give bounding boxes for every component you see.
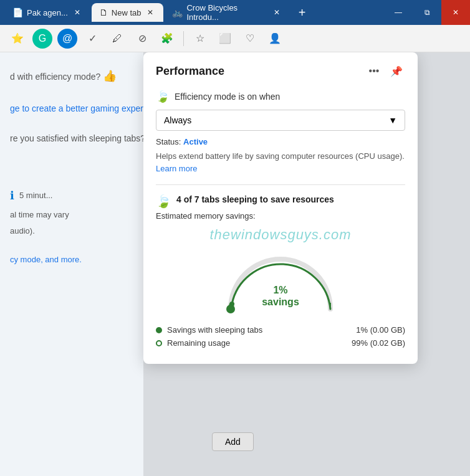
restore-button[interactable]: ⧉ bbox=[413, 0, 441, 25]
sleeping-title: 4 of 7 tabs sleeping to save resources bbox=[176, 194, 334, 206]
minimize-button[interactable]: — bbox=[384, 0, 413, 25]
legend-row-savings: Savings with sleeping tabs 1% (0.00 GB) bbox=[156, 325, 405, 335]
collections-icon[interactable]: ☆ bbox=[190, 29, 210, 49]
tab-crow-bicycles[interactable]: 🚲 Crow Bicycles Introdu... ✕ bbox=[165, 3, 289, 22]
legend-value-savings: 1% (0.00 GB) bbox=[356, 325, 405, 335]
sleeping-section: 🍃 4 of 7 tabs sleeping to save resources bbox=[156, 194, 405, 209]
window-controls: — ⧉ ✕ bbox=[384, 0, 470, 25]
page-content: d with efficiency mode? 👍 ge to create a… bbox=[0, 52, 470, 476]
efficiency-icon: 🍃 bbox=[156, 90, 170, 103]
bg-line-6: cy mode, and more. bbox=[10, 252, 150, 268]
bg-line-5: audio). bbox=[10, 223, 150, 239]
legend-label-remaining: Remaining usage bbox=[167, 338, 230, 348]
efficiency-section-label: 🍃 Efficiency mode is on when bbox=[156, 90, 405, 103]
copilot-icon[interactable]: G bbox=[32, 29, 52, 49]
bg-info-row: ℹ 5 minut... bbox=[10, 184, 150, 207]
dropdown-chevron-icon: ▼ bbox=[388, 115, 397, 125]
status-prefix: Status: bbox=[156, 137, 183, 146]
bg-line-4: al time may vary bbox=[10, 207, 150, 223]
legend-dot-empty bbox=[156, 340, 162, 346]
estimated-label: Estimated memory savings: bbox=[156, 211, 405, 221]
gauge-label: 1% savings bbox=[262, 284, 299, 308]
browser-toolbar: ⭐ G @ ✓ 🖊 ⊘ 🧩 ☆ ⬜ ♡ 👤 bbox=[0, 25, 470, 52]
legend-left-savings: Savings with sleeping tabs bbox=[156, 325, 262, 335]
status-value: Active bbox=[183, 137, 208, 146]
browser-essentials-icon[interactable]: ♡ bbox=[240, 29, 260, 49]
close-window-button[interactable]: ✕ bbox=[441, 0, 470, 25]
section-divider bbox=[156, 184, 405, 185]
watermark-text: thewindowsguys.com bbox=[156, 227, 405, 243]
draw-icon[interactable]: 🖊 bbox=[107, 29, 127, 49]
popup-title: Performance bbox=[156, 65, 224, 78]
block-icon[interactable]: ⊘ bbox=[132, 29, 152, 49]
legend-row-remaining: Remaining usage 99% (0.02 GB) bbox=[156, 338, 405, 348]
page-background-text: d with efficiency mode? 👍 ge to create a… bbox=[0, 52, 160, 280]
popup-header-icons: ••• 📌 bbox=[365, 62, 405, 80]
description-body: Helps extend battery life by saving comp… bbox=[156, 151, 405, 161]
gauge-start-dot bbox=[226, 305, 235, 313]
extensions-icon[interactable]: 🧩 bbox=[157, 29, 177, 49]
tab2-icon: 🗋 bbox=[99, 7, 108, 17]
sleeping-icon: 🍃 bbox=[156, 194, 171, 209]
legend: Savings with sleeping tabs 1% (0.00 GB) … bbox=[156, 325, 405, 348]
learn-more-link[interactable]: Learn more bbox=[156, 164, 197, 173]
popup-overlay: Performance ••• 📌 🍃 Efficiency mode is o… bbox=[143, 52, 470, 476]
tab2-label: New tab bbox=[112, 8, 141, 17]
new-tab-button[interactable]: + bbox=[293, 4, 310, 21]
popup-header: Performance ••• 📌 bbox=[156, 62, 405, 80]
more-options-icon[interactable]: ••• bbox=[365, 62, 383, 80]
favorites-icon[interactable]: ⭐ bbox=[7, 29, 27, 49]
bg-line-2: ge to create a better gaming exper... bbox=[10, 100, 150, 117]
gauge-sublabel: savings bbox=[262, 297, 299, 307]
tab3-icon: 🚲 bbox=[172, 7, 183, 17]
tab1-label: Pak agen... bbox=[27, 8, 68, 17]
tab-pak-agen[interactable]: 📄 Pak agen... ✕ bbox=[5, 3, 90, 22]
check-icon[interactable]: ✓ bbox=[82, 29, 102, 49]
split-screen-icon[interactable]: ⬜ bbox=[215, 29, 235, 49]
tab3-close[interactable]: ✕ bbox=[271, 7, 282, 18]
tab2-close[interactable]: ✕ bbox=[145, 7, 156, 18]
tab-new[interactable]: 🗋 New tab ✕ bbox=[92, 3, 164, 22]
description-text: Helps extend battery life by saving comp… bbox=[156, 150, 405, 174]
profile-icon[interactable]: 👤 bbox=[265, 29, 285, 49]
dropdown-value: Always bbox=[164, 115, 191, 125]
tab1-icon: 📄 bbox=[12, 7, 23, 17]
tab3-label: Crow Bicycles Introdu... bbox=[186, 3, 267, 22]
tab1-close[interactable]: ✕ bbox=[72, 7, 83, 18]
legend-value-remaining: 99% (0.02 GB) bbox=[352, 338, 405, 348]
browser-chrome: 📄 Pak agen... ✕ 🗋 New tab ✕ 🚲 Crow Bicyc… bbox=[0, 0, 470, 52]
legend-left-remaining: Remaining usage bbox=[156, 338, 230, 348]
legend-label-savings: Savings with sleeping tabs bbox=[167, 325, 262, 335]
gauge-value: 1% bbox=[273, 285, 287, 295]
efficiency-dropdown[interactable]: Always ▼ bbox=[156, 110, 405, 131]
efficiency-label-text: Efficiency mode is on when bbox=[175, 92, 280, 102]
toolbar-divider bbox=[183, 31, 184, 46]
bg-line-1: d with efficiency mode? 👍 bbox=[10, 65, 150, 87]
tab-bar: 📄 Pak agen... ✕ 🗋 New tab ✕ 🚲 Crow Bicyc… bbox=[0, 0, 470, 25]
legend-dot-filled bbox=[156, 327, 162, 333]
pin-icon[interactable]: 📌 bbox=[388, 62, 405, 80]
performance-popup: Performance ••• 📌 🍃 Efficiency mode is o… bbox=[143, 52, 418, 364]
status-line: Status: Active bbox=[156, 137, 405, 146]
gauge-chart: 1% savings bbox=[156, 247, 405, 315]
address-icon[interactable]: @ bbox=[57, 29, 77, 49]
bg-line-3: re you satisfied with sleeping tabs? bbox=[10, 130, 150, 147]
